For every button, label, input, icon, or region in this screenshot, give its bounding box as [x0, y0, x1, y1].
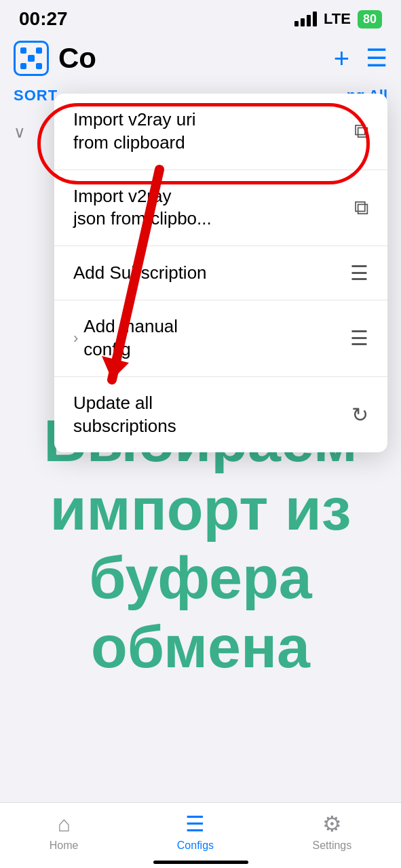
- add-manual-label: Add manualconfig: [83, 315, 342, 361]
- home-icon: ⌂: [57, 812, 70, 837]
- list-icon: ☰: [350, 261, 368, 285]
- chevron-down-icon: ∨: [14, 123, 26, 142]
- menu-button[interactable]: ☰: [366, 44, 387, 73]
- status-time: 00:27: [19, 8, 68, 30]
- status-right: LTE 80: [294, 10, 382, 28]
- list-icon-2: ☰: [350, 326, 368, 350]
- home-indicator: [153, 861, 248, 864]
- copy-icon: ⧉: [354, 119, 368, 143]
- header-left: Co: [14, 41, 96, 76]
- qr-scan-button[interactable]: [14, 41, 49, 76]
- add-subscription-item[interactable]: Add Subscription ☰: [54, 246, 387, 300]
- status-bar: 00:27 LTE 80: [0, 0, 401, 35]
- copy-icon-2: ⧉: [354, 196, 368, 220]
- app-header: Co + ☰: [0, 35, 401, 83]
- qr-icon: [20, 47, 42, 69]
- import-uri-item[interactable]: Import v2ray urifrom clipboard ⧉: [54, 94, 387, 170]
- nav-settings[interactable]: ⚙ Settings: [312, 811, 351, 852]
- chevron-right-icon: ›: [73, 330, 78, 347]
- nav-configs[interactable]: ☰ Configs: [177, 811, 214, 852]
- nav-home-label: Home: [50, 840, 79, 852]
- header-right: + ☰: [334, 43, 387, 74]
- add-subscription-label: Add Subscription: [73, 262, 342, 285]
- add-manual-item[interactable]: › Add manualconfig ☰: [54, 300, 387, 377]
- update-subscriptions-item[interactable]: Update allsubscriptions ↻: [54, 377, 387, 453]
- sort-label[interactable]: SORT: [14, 87, 58, 104]
- battery-badge: 80: [358, 10, 382, 28]
- import-json-item[interactable]: Import v2rayjson from clipbo... ⧉: [54, 170, 387, 247]
- lte-label: LTE: [324, 10, 351, 28]
- configs-icon: ☰: [185, 811, 205, 837]
- nav-settings-label: Settings: [312, 840, 351, 852]
- bottom-nav: ⌂ Home ☰ Configs ⚙ Settings: [0, 802, 401, 868]
- add-button[interactable]: +: [334, 43, 349, 74]
- import-json-label: Import v2rayjson from clipbo...: [73, 185, 346, 231]
- nav-configs-label: Configs: [177, 840, 214, 852]
- import-uri-label: Import v2ray urifrom clipboard: [73, 108, 346, 155]
- settings-icon: ⚙: [322, 811, 342, 837]
- refresh-icon: ↻: [351, 403, 368, 427]
- nav-home[interactable]: ⌂ Home: [50, 812, 79, 852]
- dropdown-menu: Import v2ray urifrom clipboard ⧉ Import …: [54, 94, 387, 452]
- update-subscriptions-label: Update allsubscriptions: [73, 392, 343, 438]
- signal-icon: [294, 12, 317, 26]
- app-title: Co: [58, 42, 96, 75]
